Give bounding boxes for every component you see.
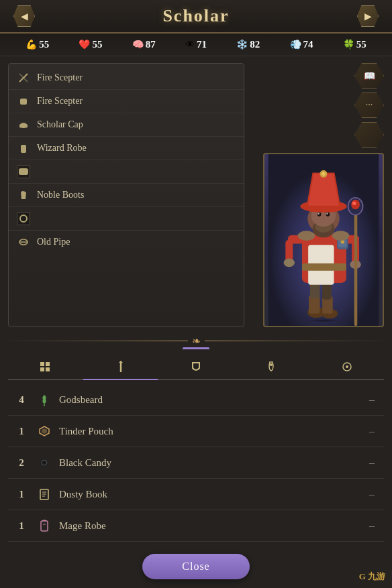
svg-rect-50	[40, 367, 44, 371]
prev-arrow-button[interactable]: ◀	[13, 5, 35, 27]
brain-icon: 🧠	[132, 39, 144, 50]
svg-rect-4	[19, 168, 28, 175]
item-name-5: Mage Robe	[59, 520, 365, 532]
svg-point-61	[42, 460, 47, 465]
magic-icon: ❄️	[236, 39, 248, 50]
item-qty-5: 1	[13, 520, 30, 532]
magic-icon: ❄️82	[236, 39, 260, 50]
equipment-slot-6[interactable]: Noble Boots	[9, 184, 244, 207]
close-button[interactable]: Close	[142, 554, 250, 579]
item-qty-3: 2	[13, 457, 30, 469]
dusty-book-icon	[35, 485, 54, 504]
inventory-section: 4 Godsbeard – 1 Tinder Pouch – 2 Black C…	[0, 347, 392, 542]
inventory-row-1[interactable]: 4 Godsbeard –	[8, 384, 384, 416]
equip-name-4: Wizard Robe	[37, 143, 87, 154]
brain-icon: 🧠87	[132, 39, 156, 50]
equip-icon-5	[17, 165, 30, 178]
watermark: G 九游	[359, 571, 385, 583]
equip-name-8: Old Pipe	[37, 237, 70, 247]
inventory-row-5[interactable]: 1 Mage Robe –	[8, 510, 384, 542]
header: ◀ Scholar ▶	[0, 0, 392, 34]
equip-icon-6	[17, 188, 30, 202]
item-qty-1: 4	[13, 394, 30, 406]
health-icon: ❤️	[79, 39, 90, 50]
divider: ❧	[0, 334, 392, 347]
equip-name-3: Scholar Cap	[37, 119, 83, 130]
equip-icon-8	[17, 235, 30, 249]
empty-hex-icon[interactable]	[354, 122, 384, 148]
svg-point-46	[298, 231, 315, 241]
watermark-text: G 九游	[359, 571, 385, 583]
inventory-tab-potions[interactable]	[234, 355, 308, 380]
inventory-tab-attack[interactable]	[83, 355, 157, 380]
inventory-row-2[interactable]: 1 Tinder Pouch –	[8, 416, 384, 447]
svg-point-36	[317, 213, 320, 215]
equipment-slot-5[interactable]	[9, 160, 244, 184]
item-qty-2: 1	[13, 426, 30, 437]
speed-icon: 💨	[290, 39, 301, 50]
svg-rect-49	[46, 362, 50, 366]
svg-rect-2	[20, 99, 27, 105]
item-action-3[interactable]: –	[365, 457, 379, 469]
equipment-slot-3[interactable]: Scholar Cap	[9, 113, 244, 137]
svg-point-21	[284, 258, 295, 267]
equip-icon-7	[17, 212, 30, 225]
divider-gem: ❧	[188, 335, 205, 347]
equip-icon-1	[17, 71, 30, 84]
svg-point-37	[326, 213, 328, 215]
black-candy-icon	[35, 453, 54, 472]
eye-icon: 👁71	[185, 39, 207, 50]
stat-value: 55	[356, 39, 366, 50]
equipment-list: Fire ScepterFire ScepterScholar CapWizar…	[8, 63, 244, 327]
svg-marker-53	[119, 361, 123, 363]
inventory-tab-weapons[interactable]	[8, 355, 82, 380]
item-action-4[interactable]: –	[365, 488, 379, 500]
tinder-pouch-icon	[35, 422, 54, 440]
item-name-2: Tinder Pouch	[59, 426, 365, 437]
luck-icon: 🍀55	[343, 39, 366, 50]
item-name-1: Godsbeard	[59, 394, 365, 406]
svg-point-42	[322, 172, 325, 176]
svg-point-28	[352, 201, 356, 204]
equip-icon-3	[17, 118, 30, 131]
svg-point-5	[20, 215, 27, 222]
item-name-4: Dusty Book	[59, 489, 365, 500]
mage-robe-icon	[35, 516, 54, 535]
strength-icon: 💪55	[26, 39, 49, 50]
stat-value: 87	[146, 39, 156, 50]
equip-icon-2	[17, 95, 30, 108]
equipment-slot-4[interactable]: Wizard Robe	[9, 137, 244, 160]
inventory-table: 4 Godsbeard – 1 Tinder Pouch – 2 Black C…	[8, 384, 384, 542]
inventory-row-4[interactable]: 1 Dusty Book –	[8, 479, 384, 510]
strength-icon: 💪	[26, 39, 37, 50]
dots-hex-icon[interactable]: ···	[354, 93, 384, 118]
equipment-slot-8[interactable]: Old Pipe	[9, 231, 244, 253]
inventory-row-3[interactable]: 2 Black Candy –	[8, 447, 384, 479]
stat-value: 74	[303, 39, 313, 50]
svg-point-47	[332, 231, 350, 241]
svg-rect-66	[41, 521, 48, 531]
luck-icon: 🍀	[343, 39, 354, 50]
equipment-slot-2[interactable]: Fire Scepter	[9, 90, 244, 113]
inventory-tab-armor[interactable]	[159, 355, 233, 380]
svg-rect-48	[40, 362, 44, 366]
equipment-slot-7[interactable]	[9, 207, 244, 231]
equipment-slot-1[interactable]: Fire Scepter	[9, 66, 244, 90]
svg-rect-51	[46, 367, 50, 371]
equip-name-6: Noble Boots	[37, 190, 84, 200]
stat-value: 82	[250, 39, 260, 50]
svg-rect-20	[285, 240, 293, 261]
item-action-5[interactable]: –	[365, 520, 379, 532]
item-action-2[interactable]: –	[365, 425, 379, 437]
inventory-tab-accessories[interactable]	[310, 355, 384, 380]
character-portrait	[263, 153, 384, 327]
item-action-1[interactable]: –	[365, 394, 379, 406]
book-hex-icon[interactable]: 📖	[354, 63, 384, 89]
health-icon: ❤️55	[79, 39, 102, 50]
equip-name-1: Fire Scepter	[37, 72, 83, 83]
item-qty-4: 1	[13, 489, 30, 500]
svg-rect-18	[302, 263, 346, 271]
inventory-tab-bar	[8, 355, 384, 380]
next-arrow-button[interactable]: ▶	[357, 5, 379, 27]
svg-rect-25	[354, 203, 358, 326]
